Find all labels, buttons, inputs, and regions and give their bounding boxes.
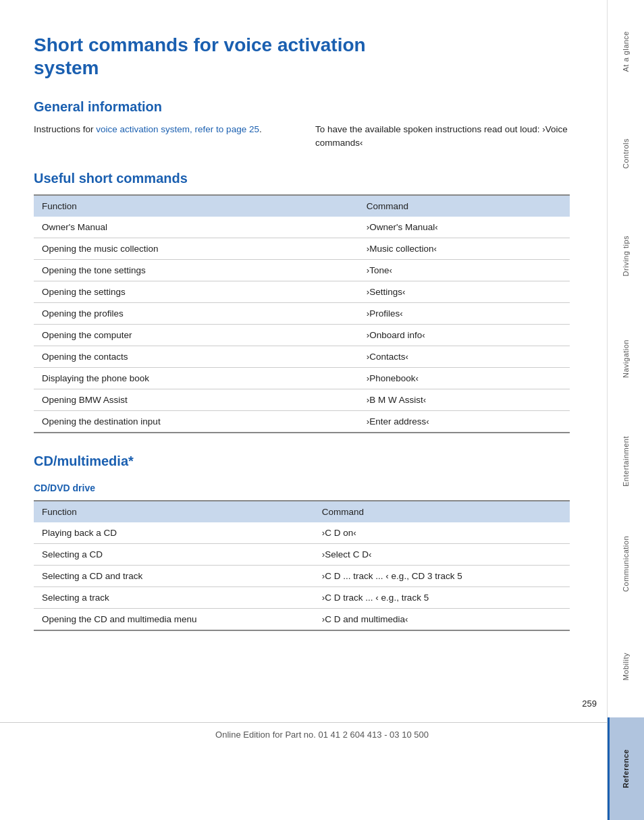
sidebar-tab-reference[interactable]: Reference xyxy=(607,717,644,820)
cd-multimedia-col-function: Function xyxy=(34,501,314,522)
sidebar-tab-label: At a glance xyxy=(622,31,630,72)
useful-commands-table-wrapper: Function Command Owner's Manual›Owner's … xyxy=(34,194,570,433)
sidebar-tab-controls[interactable]: Controls xyxy=(607,103,644,205)
cd-multimedia-header-row: Function Command xyxy=(34,501,570,522)
command-cell: ›Select C D‹ xyxy=(314,543,570,565)
table-row: Selecting a CD and track›C D ... track .… xyxy=(34,565,570,586)
table-row: Selecting a track›C D track ... ‹ e.g., … xyxy=(34,586,570,608)
sidebar-tab-entertainment[interactable]: Entertainment xyxy=(607,410,644,513)
intro-right: To have the available spoken instruction… xyxy=(315,123,570,151)
cd-multimedia-col-command: Command xyxy=(314,501,570,522)
sidebar-tab-mobility[interactable]: Mobility xyxy=(607,615,644,717)
intro-left: Instructions for voice activation system… xyxy=(34,123,288,151)
function-cell: Opening the contacts xyxy=(34,346,358,367)
cd-multimedia-heading: CD/multimedia* xyxy=(34,454,570,469)
useful-commands-table: Function Command Owner's Manual›Owner's … xyxy=(34,196,570,433)
function-cell: Opening the settings xyxy=(34,281,358,302)
table-row: Opening the destination input›Enter addr… xyxy=(34,410,570,433)
title-line2: system xyxy=(34,57,99,78)
command-cell: ›Phonebook‹ xyxy=(358,367,570,389)
function-cell: Opening the computer xyxy=(34,324,358,346)
table-row: Opening the settings›Settings‹ xyxy=(34,281,570,302)
command-cell: ›Profiles‹ xyxy=(358,302,570,324)
main-content: Short commands for voice activation syst… xyxy=(0,0,603,692)
useful-commands-col-command: Command xyxy=(358,196,570,217)
page-number: 259 xyxy=(582,699,597,709)
intro-left-text: Instructions for xyxy=(34,124,96,134)
sidebar-tab-at-a-glance[interactable]: At a glance xyxy=(607,0,644,103)
sidebar-tab-label: Controls xyxy=(622,138,630,169)
right-sidebar: At a glanceControlsDriving tipsNavigatio… xyxy=(607,0,644,820)
command-cell: ›B M W Assist‹ xyxy=(358,389,570,410)
voice-activation-link[interactable]: voice activation system, refer to page 2… xyxy=(96,124,259,134)
command-cell: ›Enter address‹ xyxy=(358,410,570,433)
function-cell: Opening BMW Assist xyxy=(34,389,358,410)
cd-multimedia-table: Function Command Playing back a CD›C D o… xyxy=(34,501,570,631)
sidebar-tab-label: Reference xyxy=(622,749,630,788)
command-cell: ›Music collection‹ xyxy=(358,238,570,259)
table-row: Owner's Manual›Owner's Manual‹ xyxy=(34,217,570,238)
sidebar-tab-communication[interactable]: Communication xyxy=(607,512,644,615)
command-cell: ›C D and multimedia‹ xyxy=(314,608,570,630)
function-cell: Opening the profiles xyxy=(34,302,358,324)
table-row: Opening the contacts›Contacts‹ xyxy=(34,346,570,367)
sidebar-tab-driving-tips[interactable]: Driving tips xyxy=(607,205,644,308)
function-cell: Owner's Manual xyxy=(34,217,358,238)
function-cell: Opening the tone settings xyxy=(34,259,358,281)
command-cell: ›Onboard info‹ xyxy=(358,324,570,346)
footer-text: Online Edition for Part no. 01 41 2 604 … xyxy=(215,730,429,740)
useful-commands-col-function: Function xyxy=(34,196,358,217)
function-cell: Opening the CD and multimedia menu xyxy=(34,608,314,630)
function-cell: Selecting a track xyxy=(34,586,314,608)
command-cell: ›C D ... track ... ‹ e.g., CD 3 track 5 xyxy=(314,565,570,586)
command-cell: ›C D on‹ xyxy=(314,522,570,544)
command-cell: ›Tone‹ xyxy=(358,259,570,281)
title-line1: Short commands for voice activation xyxy=(34,34,366,55)
function-cell: Selecting a CD xyxy=(34,543,314,565)
useful-commands-header-row: Function Command xyxy=(34,196,570,217)
command-cell: ›Settings‹ xyxy=(358,281,570,302)
function-cell: Playing back a CD xyxy=(34,522,314,544)
cd-multimedia-thead: Function Command xyxy=(34,501,570,522)
useful-commands-thead: Function Command xyxy=(34,196,570,217)
table-row: Opening the music collection›Music colle… xyxy=(34,238,570,259)
sidebar-tab-label: Entertainment xyxy=(622,436,630,487)
cd-multimedia-table-wrapper: Function Command Playing back a CD›C D o… xyxy=(34,500,570,631)
command-cell: ›Contacts‹ xyxy=(358,346,570,367)
footer: Online Edition for Part no. 01 41 2 604 … xyxy=(0,722,644,740)
table-row: Opening the CD and multimedia menu›C D a… xyxy=(34,608,570,630)
table-row: Opening the profiles›Profiles‹ xyxy=(34,302,570,324)
function-cell: Opening the music collection xyxy=(34,238,358,259)
page-number-area: 259 xyxy=(0,699,644,709)
sidebar-tab-navigation[interactable]: Navigation xyxy=(607,308,644,410)
sidebar-tab-label: Navigation xyxy=(622,339,630,378)
table-row: Displaying the phone book›Phonebook‹ xyxy=(34,367,570,389)
sidebar-tab-label: Mobility xyxy=(622,653,630,680)
function-cell: Selecting a CD and track xyxy=(34,565,314,586)
cd-multimedia-tbody: Playing back a CD›C D on‹Selecting a CD›… xyxy=(34,522,570,630)
page-title: Short commands for voice activation syst… xyxy=(34,34,570,79)
intro-left-suffix: . xyxy=(259,124,262,134)
cd-dvd-drive-heading: CD/DVD drive xyxy=(34,483,570,493)
function-cell: Opening the destination input xyxy=(34,410,358,433)
useful-commands-tbody: Owner's Manual›Owner's Manual‹Opening th… xyxy=(34,217,570,433)
table-row: Selecting a CD›Select C D‹ xyxy=(34,543,570,565)
table-row: Opening the tone settings›Tone‹ xyxy=(34,259,570,281)
general-information-intro: Instructions for voice activation system… xyxy=(34,123,570,151)
sidebar-tab-label: Communication xyxy=(622,536,630,592)
general-information-heading: General information xyxy=(34,99,570,115)
command-cell: ›Owner's Manual‹ xyxy=(358,217,570,238)
table-row: Opening the computer›Onboard info‹ xyxy=(34,324,570,346)
useful-short-commands-heading: Useful short commands xyxy=(34,171,570,186)
sidebar-tab-label: Driving tips xyxy=(622,236,630,276)
command-cell: ›C D track ... ‹ e.g., track 5 xyxy=(314,586,570,608)
table-row: Playing back a CD›C D on‹ xyxy=(34,522,570,544)
table-row: Opening BMW Assist›B M W Assist‹ xyxy=(34,389,570,410)
function-cell: Displaying the phone book xyxy=(34,367,358,389)
